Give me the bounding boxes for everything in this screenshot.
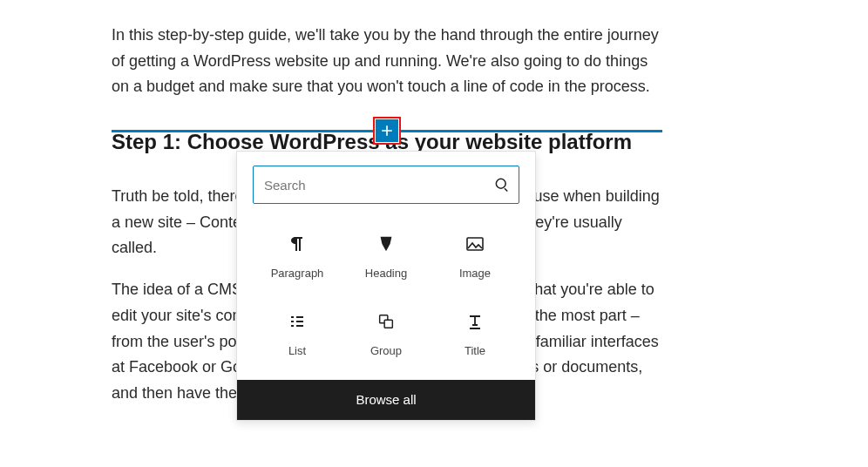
svg-rect-2 xyxy=(384,320,392,328)
block-inserter-popover: Paragraph Heading Image List xyxy=(236,151,536,421)
block-paragraph[interactable]: Paragraph xyxy=(253,220,342,297)
image-icon xyxy=(465,234,485,254)
blocks-grid: Paragraph Heading Image List xyxy=(253,220,519,375)
block-group[interactable]: Group xyxy=(342,297,431,375)
block-label: Heading xyxy=(365,267,407,280)
list-icon xyxy=(287,311,308,332)
search-icon xyxy=(493,176,511,193)
block-label: Group xyxy=(370,344,402,357)
block-image[interactable]: Image xyxy=(431,220,519,297)
add-block-button-highlight xyxy=(373,117,401,145)
svg-rect-0 xyxy=(467,238,483,250)
block-label: Paragraph xyxy=(271,267,324,280)
browse-all-button[interactable]: Browse all xyxy=(237,380,535,420)
search-field-wrap xyxy=(253,166,519,204)
heading-icon xyxy=(376,234,397,254)
block-title[interactable]: Title xyxy=(431,297,519,375)
intro-paragraph: In this step-by-step guide, we'll take y… xyxy=(112,23,661,100)
block-label: Title xyxy=(465,344,485,357)
block-heading[interactable]: Heading xyxy=(342,220,431,297)
block-label: Image xyxy=(459,267,491,280)
block-label: List xyxy=(288,344,306,357)
block-list[interactable]: List xyxy=(253,297,342,375)
plus-icon xyxy=(378,122,396,139)
group-icon xyxy=(376,311,397,332)
paragraph-icon xyxy=(287,234,308,254)
add-block-button[interactable] xyxy=(376,119,398,142)
title-icon xyxy=(465,311,485,332)
search-input[interactable] xyxy=(253,166,519,204)
